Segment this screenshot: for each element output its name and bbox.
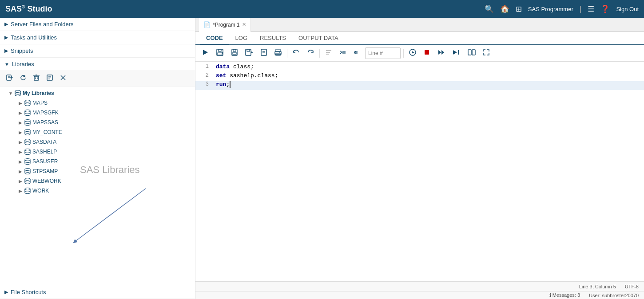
library-children: ▶ MAPS▶ MAPSGFK▶ MAPSSAS▶ MY_CONTE▶ SASD…	[0, 98, 195, 196]
tree-item-work[interactable]: ▶ WORK	[0, 186, 195, 196]
print-button[interactable]	[272, 47, 284, 59]
svg-rect-60	[458, 50, 459, 55]
lib-label-webwork: WEBWORK	[32, 178, 61, 184]
sidebar-item-snippets[interactable]: ▶ Snippets	[0, 44, 195, 58]
save-as-button[interactable]	[242, 47, 256, 59]
tab-close-button[interactable]: ✕	[242, 22, 246, 28]
expand-icon-webwork: ▶	[17, 179, 24, 184]
play-selection-button[interactable]	[406, 47, 419, 59]
tree-item-maps[interactable]: ▶ MAPS	[0, 98, 195, 108]
lib-label-mapssas: MAPSSAS	[32, 119, 58, 126]
expand-icon-mapssas: ▶	[17, 120, 24, 125]
db-icon-mapsgfk	[24, 109, 31, 116]
db-icon-webwork	[24, 177, 31, 185]
user-name[interactable]: SAS Programmer	[528, 6, 573, 12]
tree-item-mapsgfk[interactable]: ▶ MAPSGFK	[0, 108, 195, 118]
run-all-button[interactable]	[450, 47, 463, 59]
menu-nav-icon[interactable]: ☰	[588, 4, 594, 14]
expand-arrow-snippets: ▶	[4, 48, 8, 54]
svg-point-20	[25, 139, 30, 142]
svg-rect-62	[472, 50, 475, 55]
user-name-value: subhroster20070	[602, 293, 639, 298]
svg-point-21	[25, 149, 30, 151]
expand-icon-work: ▶	[17, 189, 24, 193]
line-number-input[interactable]	[365, 47, 401, 59]
expand-icon-maps: ▶	[17, 101, 24, 106]
db-icon-work	[24, 187, 31, 194]
split-button[interactable]	[465, 47, 478, 59]
tree-item-sashelp[interactable]: ▶ SASHELP	[0, 147, 195, 157]
library-toolbar	[0, 71, 195, 87]
tab-code[interactable]: CODE	[200, 32, 229, 45]
undo-button[interactable]	[290, 47, 302, 59]
line-content-1: data class;	[213, 63, 644, 70]
messages-label: Messages:	[553, 292, 576, 298]
tab-program1[interactable]: 📄 *Program 1 ✕	[199, 18, 251, 32]
svg-point-23	[25, 169, 30, 171]
expand-arrow-tasks: ▶	[4, 35, 8, 40]
svg-rect-33	[233, 52, 236, 55]
tab-bar: 📄 *Program 1 ✕	[195, 18, 644, 32]
lib-info-button[interactable]	[58, 73, 68, 84]
search-nav-icon[interactable]: 🔍	[485, 4, 494, 14]
sidebar-label-server-files: Server Files and Folders	[11, 21, 74, 28]
sidebar-label-libraries: Libraries	[12, 61, 34, 67]
sidebar-item-file-shortcuts[interactable]: ▶ File Shortcuts	[0, 286, 195, 299]
tree-item-webwork[interactable]: ▶ WEBWORK	[0, 176, 195, 186]
tab-output-data[interactable]: OUTPUT DATA	[292, 32, 345, 45]
tree-item-stpsamp[interactable]: ▶ STPSAMP	[0, 166, 195, 176]
step-button[interactable]	[435, 47, 448, 59]
toolbar-sep-3	[403, 49, 404, 58]
new-program-button[interactable]	[258, 47, 270, 59]
user-label: User:	[589, 293, 600, 298]
sidebar-item-libraries[interactable]: ▼ Libraries	[0, 58, 195, 71]
save-button[interactable]	[228, 47, 241, 59]
tree-item-my-libraries[interactable]: ▼ My Libraries	[0, 88, 195, 98]
fullscreen-button[interactable]	[480, 47, 493, 59]
db-icon-maps	[24, 99, 31, 106]
sidebar-item-tasks[interactable]: ▶ Tasks and Utilities	[0, 31, 195, 44]
line-content-2: set sashelp.class;	[213, 72, 644, 79]
tree-item-sasdata[interactable]: ▶ SASDATA	[0, 137, 195, 147]
lib-properties-button[interactable]	[44, 73, 55, 84]
expand-icon-my_conte: ▶	[17, 130, 24, 135]
line-num-3: 3	[195, 81, 213, 87]
help-nav-icon[interactable]: ❓	[600, 4, 610, 14]
sign-out-button[interactable]: Sign Out	[616, 6, 639, 12]
lib-label-sasuser: SASUSER	[32, 158, 58, 165]
outdent-button[interactable]	[351, 47, 363, 59]
indent-button[interactable]	[337, 47, 349, 59]
run-button[interactable]	[199, 47, 211, 59]
library-tree: SAS Libraries ▼ My Libraries	[0, 87, 195, 197]
format-button[interactable]	[322, 47, 335, 59]
messages-icon: ℹ	[549, 292, 551, 298]
my-libraries-db-icon	[14, 90, 21, 97]
stop-button[interactable]	[421, 47, 433, 59]
tree-item-mapssas[interactable]: ▶ MAPSSAS	[0, 118, 195, 127]
lib-refresh-button[interactable]	[18, 73, 28, 84]
svg-marker-55	[412, 51, 414, 54]
lib-new-button[interactable]	[4, 73, 15, 84]
svg-rect-34	[246, 49, 251, 55]
redo-button[interactable]	[304, 47, 317, 59]
home-nav-icon[interactable]: 🏠	[500, 4, 509, 14]
svg-point-25	[25, 188, 30, 190]
lib-delete-button[interactable]	[31, 73, 42, 84]
svg-point-16	[25, 100, 30, 102]
tree-item-sasuser[interactable]: ▶ SASUSER	[0, 157, 195, 166]
expand-arrow-file-shortcuts: ▶	[4, 289, 8, 295]
main-layout: ▶ Server Files and Folders ▶ Tasks and U…	[0, 18, 644, 299]
grid-nav-icon[interactable]: ⊞	[516, 4, 522, 14]
line-num-2: 2	[195, 72, 213, 79]
svg-marker-26	[203, 50, 208, 55]
sidebar-label-file-shortcuts: File Shortcuts	[11, 289, 46, 295]
code-editor[interactable]: 1 data class; 2 set sashelp.class; 3 run…	[195, 62, 644, 281]
sidebar-item-server-files[interactable]: ▶ Server Files and Folders	[0, 18, 195, 31]
sub-tab-bar: CODE LOG RESULTS OUTPUT DATA	[195, 32, 644, 45]
tree-item-my_conte[interactable]: ▶ MY_CONTE	[0, 127, 195, 137]
expand-my-libraries-icon: ▼	[7, 91, 14, 96]
save-dropdown-button[interactable]: ▾	[213, 47, 227, 59]
tab-log[interactable]: LOG	[229, 32, 254, 45]
lib-label-work: WORK	[32, 188, 49, 194]
tab-results[interactable]: RESULTS	[254, 32, 292, 45]
